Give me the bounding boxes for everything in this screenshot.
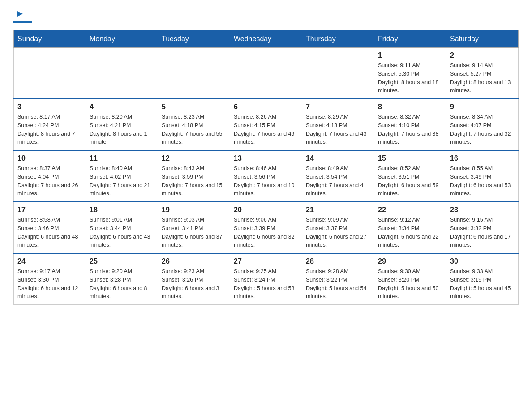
- table-row: 5Sunrise: 8:23 AM Sunset: 4:18 PM Daylig…: [158, 99, 230, 150]
- table-row: 22Sunrise: 9:12 AM Sunset: 3:34 PM Dayli…: [374, 202, 446, 253]
- table-row: 25Sunrise: 9:20 AM Sunset: 3:28 PM Dayli…: [86, 253, 158, 305]
- col-tuesday: Tuesday: [158, 30, 230, 48]
- table-row: 16Sunrise: 8:55 AM Sunset: 3:49 PM Dayli…: [446, 150, 519, 202]
- day-info: Sunrise: 9:06 AM Sunset: 3:39 PM Dayligh…: [234, 216, 298, 249]
- day-number: 27: [234, 257, 298, 265]
- table-row: [230, 48, 302, 99]
- table-row: 15Sunrise: 8:52 AM Sunset: 3:51 PM Dayli…: [374, 150, 446, 202]
- day-info: Sunrise: 9:28 AM Sunset: 3:22 PM Dayligh…: [306, 267, 370, 301]
- logo: [13, 9, 34, 23]
- day-number: 1: [378, 51, 442, 60]
- day-info: Sunrise: 9:03 AM Sunset: 3:41 PM Dayligh…: [162, 216, 226, 249]
- col-thursday: Thursday: [302, 30, 374, 48]
- day-number: 2: [450, 51, 515, 60]
- calendar-week-row: 1Sunrise: 9:11 AM Sunset: 5:30 PM Daylig…: [14, 48, 519, 99]
- day-number: 11: [90, 154, 154, 163]
- table-row: 28Sunrise: 9:28 AM Sunset: 3:22 PM Dayli…: [302, 253, 374, 305]
- calendar-header-row: Sunday Monday Tuesday Wednesday Thursday…: [14, 30, 519, 48]
- calendar-week-row: 3Sunrise: 8:17 AM Sunset: 4:24 PM Daylig…: [14, 99, 519, 150]
- col-sunday: Sunday: [14, 30, 86, 48]
- table-row: 18Sunrise: 9:01 AM Sunset: 3:44 PM Dayli…: [86, 202, 158, 253]
- table-row: 30Sunrise: 9:33 AM Sunset: 3:19 PM Dayli…: [446, 253, 519, 305]
- day-number: 30: [450, 257, 515, 265]
- day-info: Sunrise: 9:17 AM Sunset: 3:30 PM Dayligh…: [17, 267, 82, 301]
- day-info: Sunrise: 8:52 AM Sunset: 3:51 PM Dayligh…: [378, 164, 442, 198]
- day-info: Sunrise: 9:30 AM Sunset: 3:20 PM Dayligh…: [378, 267, 442, 301]
- calendar-week-row: 10Sunrise: 8:37 AM Sunset: 4:04 PM Dayli…: [14, 150, 519, 202]
- table-row: 13Sunrise: 8:46 AM Sunset: 3:56 PM Dayli…: [230, 150, 302, 202]
- day-number: 23: [450, 206, 515, 214]
- day-number: 20: [234, 206, 298, 214]
- table-row: 2Sunrise: 9:14 AM Sunset: 5:27 PM Daylig…: [446, 48, 519, 99]
- table-row: [86, 48, 158, 99]
- table-row: 23Sunrise: 9:15 AM Sunset: 3:32 PM Dayli…: [446, 202, 519, 253]
- day-info: Sunrise: 8:49 AM Sunset: 3:54 PM Dayligh…: [306, 164, 370, 198]
- table-row: [158, 48, 230, 99]
- day-number: 22: [378, 206, 442, 214]
- table-row: 6Sunrise: 8:26 AM Sunset: 4:15 PM Daylig…: [230, 99, 302, 150]
- col-saturday: Saturday: [446, 30, 519, 48]
- day-info: Sunrise: 8:23 AM Sunset: 4:18 PM Dayligh…: [162, 113, 226, 146]
- day-info: Sunrise: 8:43 AM Sunset: 3:59 PM Dayligh…: [162, 164, 226, 198]
- day-info: Sunrise: 9:14 AM Sunset: 5:27 PM Dayligh…: [450, 61, 515, 95]
- day-number: 4: [90, 103, 154, 111]
- day-info: Sunrise: 9:12 AM Sunset: 3:34 PM Dayligh…: [378, 216, 442, 249]
- day-number: 18: [90, 206, 154, 214]
- table-row: 20Sunrise: 9:06 AM Sunset: 3:39 PM Dayli…: [230, 202, 302, 253]
- day-number: 19: [162, 206, 226, 214]
- table-row: 1Sunrise: 9:11 AM Sunset: 5:30 PM Daylig…: [374, 48, 446, 99]
- table-row: 19Sunrise: 9:03 AM Sunset: 3:41 PM Dayli…: [158, 202, 230, 253]
- day-info: Sunrise: 9:15 AM Sunset: 3:32 PM Dayligh…: [450, 216, 515, 249]
- table-row: 14Sunrise: 8:49 AM Sunset: 3:54 PM Dayli…: [302, 150, 374, 202]
- table-row: 8Sunrise: 8:32 AM Sunset: 4:10 PM Daylig…: [374, 99, 446, 150]
- table-row: 10Sunrise: 8:37 AM Sunset: 4:04 PM Dayli…: [14, 150, 86, 202]
- day-number: 29: [378, 257, 442, 265]
- day-number: 13: [234, 154, 298, 163]
- day-number: 8: [378, 103, 442, 111]
- day-info: Sunrise: 8:34 AM Sunset: 4:07 PM Dayligh…: [450, 113, 515, 146]
- day-info: Sunrise: 8:37 AM Sunset: 4:04 PM Dayligh…: [17, 164, 82, 198]
- table-row: 7Sunrise: 8:29 AM Sunset: 4:13 PM Daylig…: [302, 99, 374, 150]
- calendar-week-row: 17Sunrise: 8:58 AM Sunset: 3:46 PM Dayli…: [14, 202, 519, 253]
- day-number: 15: [378, 154, 442, 163]
- day-number: 17: [17, 206, 82, 214]
- day-number: 26: [162, 257, 226, 265]
- day-info: Sunrise: 9:11 AM Sunset: 5:30 PM Dayligh…: [378, 61, 442, 95]
- calendar-week-row: 24Sunrise: 9:17 AM Sunset: 3:30 PM Dayli…: [14, 253, 519, 305]
- table-row: [302, 48, 374, 99]
- day-info: Sunrise: 8:40 AM Sunset: 4:02 PM Dayligh…: [90, 164, 154, 198]
- day-number: 16: [450, 154, 515, 163]
- day-number: 28: [306, 257, 370, 265]
- day-number: 6: [234, 103, 298, 111]
- table-row: 27Sunrise: 9:25 AM Sunset: 3:24 PM Dayli…: [230, 253, 302, 305]
- day-info: Sunrise: 8:26 AM Sunset: 4:15 PM Dayligh…: [234, 113, 298, 146]
- day-number: 7: [306, 103, 370, 111]
- day-number: 9: [450, 103, 515, 111]
- table-row: 21Sunrise: 9:09 AM Sunset: 3:37 PM Dayli…: [302, 202, 374, 253]
- col-wednesday: Wednesday: [230, 30, 302, 48]
- day-info: Sunrise: 9:23 AM Sunset: 3:26 PM Dayligh…: [162, 267, 226, 301]
- day-info: Sunrise: 9:20 AM Sunset: 3:28 PM Dayligh…: [90, 267, 154, 301]
- day-info: Sunrise: 9:33 AM Sunset: 3:19 PM Dayligh…: [450, 267, 515, 301]
- table-row: 4Sunrise: 8:20 AM Sunset: 4:21 PM Daylig…: [86, 99, 158, 150]
- table-row: 11Sunrise: 8:40 AM Sunset: 4:02 PM Dayli…: [86, 150, 158, 202]
- day-info: Sunrise: 8:20 AM Sunset: 4:21 PM Dayligh…: [90, 113, 154, 146]
- day-info: Sunrise: 8:46 AM Sunset: 3:56 PM Dayligh…: [234, 164, 298, 198]
- table-row: 24Sunrise: 9:17 AM Sunset: 3:30 PM Dayli…: [14, 253, 86, 305]
- col-friday: Friday: [374, 30, 446, 48]
- day-number: 25: [90, 257, 154, 265]
- svg-marker-0: [17, 11, 23, 17]
- logo-arrow-icon: [15, 9, 25, 19]
- day-number: 21: [306, 206, 370, 214]
- table-row: 26Sunrise: 9:23 AM Sunset: 3:26 PM Dayli…: [158, 253, 230, 305]
- table-row: 12Sunrise: 8:43 AM Sunset: 3:59 PM Dayli…: [158, 150, 230, 202]
- day-info: Sunrise: 9:01 AM Sunset: 3:44 PM Dayligh…: [90, 216, 154, 249]
- table-row: 9Sunrise: 8:34 AM Sunset: 4:07 PM Daylig…: [446, 99, 519, 150]
- day-number: 24: [17, 257, 82, 265]
- calendar-table: Sunday Monday Tuesday Wednesday Thursday…: [13, 30, 519, 305]
- day-info: Sunrise: 8:58 AM Sunset: 3:46 PM Dayligh…: [17, 216, 82, 249]
- day-number: 12: [162, 154, 226, 163]
- day-info: Sunrise: 8:32 AM Sunset: 4:10 PM Dayligh…: [378, 113, 442, 146]
- day-info: Sunrise: 8:17 AM Sunset: 4:24 PM Dayligh…: [17, 113, 82, 146]
- table-row: 3Sunrise: 8:17 AM Sunset: 4:24 PM Daylig…: [14, 99, 86, 150]
